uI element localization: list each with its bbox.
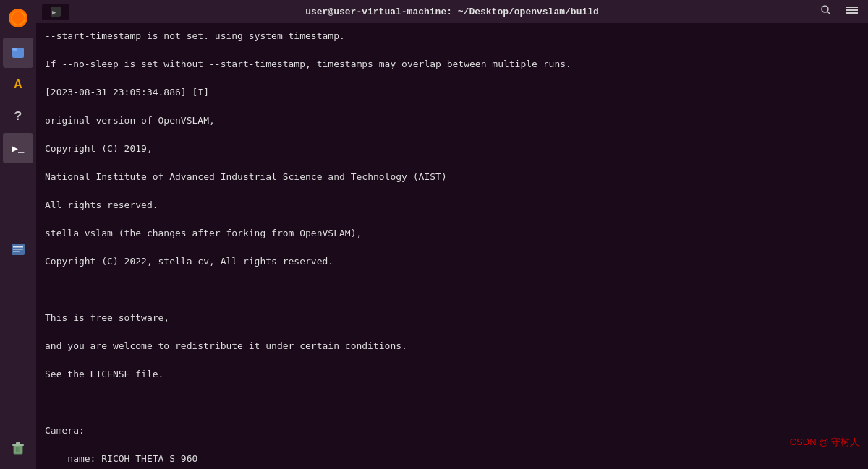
svg-rect-17 bbox=[16, 447, 17, 452]
titlebar: ▶ user@user-virtual-machine: ~/Desktop/o… bbox=[36, 0, 868, 23]
line-camera: Camera: bbox=[45, 423, 859, 438]
sidebar-icon-text[interactable] bbox=[3, 234, 33, 264]
terminal-tab-icon: ▶ bbox=[51, 7, 61, 17]
titlebar-left: ▶ bbox=[42, 4, 69, 20]
menu-button[interactable] bbox=[842, 3, 862, 21]
sidebar: A ? ▶_ bbox=[0, 0, 36, 469]
svg-rect-12 bbox=[13, 249, 23, 250]
terminal-output[interactable]: --start-timestamp is not set. using syst… bbox=[36, 23, 868, 469]
sidebar-icon-firefox[interactable] bbox=[3, 3, 33, 33]
line-7: All rights reserved. bbox=[45, 198, 859, 212]
line-blank2 bbox=[45, 395, 859, 410]
sidebar-icon-disk2[interactable] bbox=[3, 202, 33, 233]
sidebar-icon-disk1[interactable] bbox=[3, 171, 33, 201]
svg-point-22 bbox=[822, 6, 828, 12]
line-9: Copyright (C) 2022, stella-cv, All right… bbox=[45, 254, 859, 269]
sidebar-icon-help[interactable]: ? bbox=[3, 101, 33, 132]
terminal-window: ▶ user@user-virtual-machine: ~/Desktop/o… bbox=[36, 0, 868, 469]
line-10: This is free software, bbox=[45, 311, 859, 325]
titlebar-controls bbox=[816, 3, 862, 21]
titlebar-title: user@user-virtual-machine: ~/Desktop/ope… bbox=[305, 7, 599, 17]
svg-rect-18 bbox=[17, 447, 19, 452]
svg-rect-24 bbox=[846, 7, 858, 8]
search-icon bbox=[820, 4, 832, 16]
line-12: See the LICENSE file. bbox=[45, 367, 859, 382]
svg-line-23 bbox=[827, 12, 830, 14]
line-2: If --no-sleep is set without --start-tim… bbox=[45, 57, 859, 72]
sidebar-icon-files[interactable] bbox=[3, 38, 33, 68]
line-4: original version of OpenVSLAM, bbox=[45, 113, 859, 128]
terminal-tab[interactable]: ▶ bbox=[42, 4, 69, 20]
svg-rect-16 bbox=[16, 442, 20, 444]
line-8: stella_vslam (the changes after forking … bbox=[45, 226, 859, 241]
line-5: Copyright (C) 2019, bbox=[45, 142, 859, 156]
svg-rect-11 bbox=[13, 246, 23, 248]
svg-rect-3 bbox=[12, 48, 17, 51]
line-name: name: RICOH THETA S 960 bbox=[45, 452, 859, 466]
search-button[interactable] bbox=[816, 3, 836, 21]
sidebar-icon-terminal[interactable]: ▶_ bbox=[3, 133, 33, 163]
svg-rect-26 bbox=[846, 12, 858, 14]
svg-rect-13 bbox=[13, 251, 20, 252]
svg-rect-25 bbox=[846, 9, 858, 11]
line-6: National Institute of Advanced Industria… bbox=[45, 170, 859, 184]
svg-text:▶: ▶ bbox=[52, 9, 56, 17]
line-3: [2023-08-31 23:05:34.886] [I] bbox=[45, 85, 859, 100]
svg-rect-19 bbox=[20, 447, 21, 452]
sidebar-icon-trash[interactable] bbox=[3, 433, 33, 463]
hamburger-icon bbox=[846, 4, 858, 16]
svg-rect-15 bbox=[12, 444, 24, 446]
line-blank1 bbox=[45, 283, 859, 297]
terminal-text: --start-timestamp is not set. using syst… bbox=[45, 29, 859, 469]
sidebar-icon-software[interactable]: A bbox=[3, 69, 33, 100]
watermark: CSDN @ 守树人 bbox=[790, 435, 859, 449]
line-1: --start-timestamp is not set. using syst… bbox=[45, 29, 859, 43]
line-11: and you are welcome to redistribute it u… bbox=[45, 339, 859, 353]
